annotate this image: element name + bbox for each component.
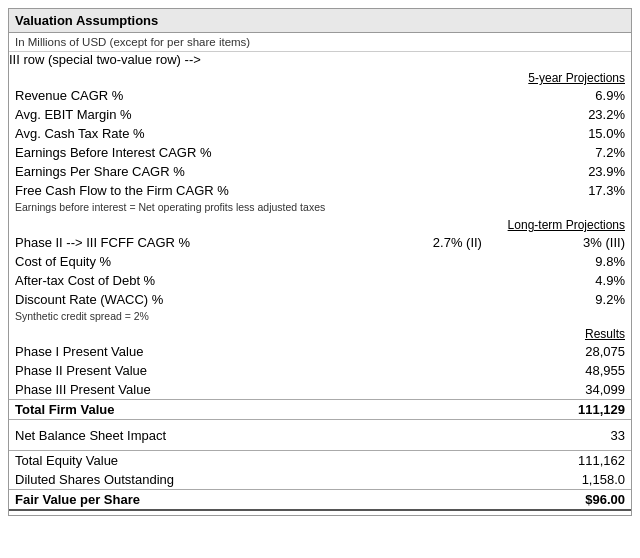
row-value: 34,099 (351, 380, 631, 400)
row-value: 28,075 (351, 342, 631, 361)
row-value: 23.2% (351, 105, 631, 124)
section-title: Valuation Assumptions (9, 9, 631, 33)
subtitle: In Millions of USD (except for per share… (9, 33, 631, 52)
row-value: 111,162 (351, 451, 631, 471)
table-row: Avg. Cash Tax Rate % 15.0% (9, 124, 631, 143)
row-label: Phase II --> III FCFF CAGR % (9, 233, 351, 252)
row-label: Net Balance Sheet Impact (9, 426, 351, 445)
row-label: Phase I Present Value (9, 342, 351, 361)
row-value: 33 (351, 426, 631, 445)
table-row: Cost of Equity % 9.8% (9, 252, 631, 271)
table-row: Diluted Shares Outstanding 1,158.0 (9, 470, 631, 490)
table-row: Avg. EBIT Margin % 23.2% (9, 105, 631, 124)
table-row: After-tax Cost of Debt % 4.9% (9, 271, 631, 290)
row-value-1: 2.7% (II) (351, 233, 488, 252)
table-row: Earnings Before Interest CAGR % 7.2% (9, 143, 631, 162)
row-label: Total Firm Value (9, 400, 351, 420)
row-label: Cost of Equity % (9, 252, 351, 271)
table-row: Phase II Present Value 48,955 (9, 361, 631, 380)
row-label: Free Cash Flow to the Firm CAGR % (9, 181, 351, 200)
table-row: Discount Rate (WACC) % 9.2% (9, 290, 631, 309)
table-row: Revenue CAGR % 6.9% (9, 86, 631, 105)
row-value: 6.9% (351, 86, 631, 105)
row-value: 4.9% (351, 271, 631, 290)
row-label: Earnings Per Share CAGR % (9, 162, 351, 181)
spacer (9, 67, 351, 86)
row-value: 7.2% (351, 143, 631, 162)
row-label: Discount Rate (WACC) % (9, 290, 351, 309)
row-value: 48,955 (351, 361, 631, 380)
row-label: Fair Value per Share (9, 490, 351, 511)
spacer (9, 214, 351, 233)
row-value: 15.0% (351, 124, 631, 143)
row-value: 9.8% (351, 252, 631, 271)
synthetic-note: Synthetic credit spread = 2% (9, 309, 631, 323)
results-header: Results (351, 323, 631, 342)
long-term-header: Long-term Projections (351, 214, 631, 233)
table-row: Net Balance Sheet Impact 33 (9, 426, 631, 445)
row-value: 9.2% (351, 290, 631, 309)
row-label: Avg. EBIT Margin % (9, 105, 351, 124)
row-value: 1,158.0 (351, 470, 631, 490)
table-row: Phase I Present Value 28,075 (9, 342, 631, 361)
row-value: 23.9% (351, 162, 631, 181)
row-label: After-tax Cost of Debt % (9, 271, 351, 290)
table-row: Total Equity Value 111,162 (9, 451, 631, 471)
row-label: Phase II Present Value (9, 361, 351, 380)
table-row: Free Cash Flow to the Firm CAGR % 17.3% (9, 181, 631, 200)
row-value: $96.00 (351, 490, 631, 511)
row-label: Total Equity Value (9, 451, 351, 471)
five-year-header: 5-year Projections (351, 67, 631, 86)
row-value: 111,129 (351, 400, 631, 420)
spacer (9, 323, 351, 342)
table-row-fair-value: Fair Value per Share $96.00 (9, 490, 631, 511)
table-row: Phase III Present Value 34,099 (9, 380, 631, 400)
row-value: 17.3% (351, 181, 631, 200)
row-label: Earnings Before Interest CAGR % (9, 143, 351, 162)
row-value-2: 3% (III) (488, 233, 631, 252)
table-row-total-firm: Total Firm Value 111,129 (9, 400, 631, 420)
row-label: Avg. Cash Tax Rate % (9, 124, 351, 143)
earnings-note: Earnings before interest = Net operating… (9, 200, 631, 214)
table-row: Phase II --> III FCFF CAGR % 2.7% (II) 3… (9, 233, 631, 252)
row-label: Phase III Present Value (9, 380, 351, 400)
table-row: Earnings Per Share CAGR % 23.9% (9, 162, 631, 181)
row-label: Diluted Shares Outstanding (9, 470, 351, 490)
row-label: Revenue CAGR % (9, 86, 351, 105)
